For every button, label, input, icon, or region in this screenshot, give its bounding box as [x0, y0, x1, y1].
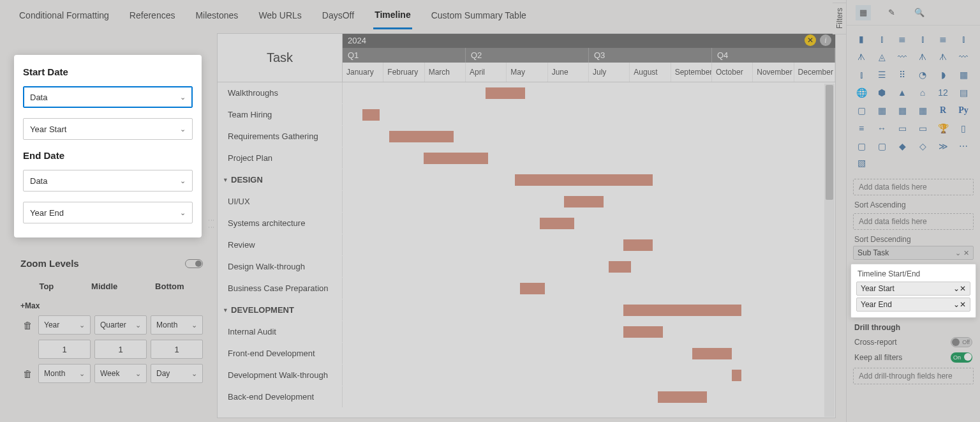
viz-icon-30[interactable]: ≡ — [853, 121, 870, 135]
viz-icon-31[interactable]: ↔ — [873, 121, 890, 135]
viz-icon-5[interactable]: ⫿ — [955, 32, 972, 46]
viz-icon-2[interactable]: ≣ — [894, 32, 910, 46]
viz-icon-21[interactable]: ⌂ — [914, 86, 931, 100]
gantt-bar[interactable] — [623, 239, 653, 251]
gantt-bar[interactable] — [515, 174, 653, 186]
trash-icon[interactable]: 🗑 — [20, 368, 34, 379]
analytics-icon[interactable]: 🔍 — [912, 5, 927, 20]
filters-tab[interactable]: Filters — [833, 3, 847, 34]
viz-icon-41[interactable]: ⋯ — [955, 139, 972, 153]
gantt-row[interactable]: DESIGN — [218, 169, 835, 191]
tab-daysoff[interactable]: DaysOff — [321, 3, 355, 28]
end-date-category-select[interactable]: Data⌄ — [23, 170, 193, 192]
viz-icon-34[interactable]: 🏆 — [935, 121, 951, 135]
viz-icon-12[interactable]: ⫿ — [853, 68, 870, 82]
viz-icon-28[interactable]: R — [935, 103, 951, 117]
viz-icon-22[interactable]: 12 — [935, 86, 951, 100]
zoom-num-3[interactable]: 1 — [151, 340, 203, 359]
sort-asc-fieldwell[interactable]: Add data fields here — [853, 213, 974, 230]
gantt-row[interactable]: Review — [218, 234, 835, 256]
gantt-bar[interactable] — [424, 153, 487, 164]
viz-icon-33[interactable]: ▭ — [914, 121, 931, 135]
viz-icon-39[interactable]: ◇ — [914, 139, 931, 153]
gantt-row[interactable]: Development Walk-through — [218, 365, 835, 386]
gantt-row[interactable]: DEVELOPMENT — [218, 299, 835, 321]
viz-icon-11[interactable]: 〰 — [955, 50, 972, 64]
drill-fieldwell[interactable]: Add drill-through fields here — [853, 368, 974, 384]
viz-icon-14[interactable]: ⠿ — [894, 68, 910, 82]
zoom-top-select-2[interactable]: Month⌄ — [38, 364, 91, 383]
zoom-middle-select-2[interactable]: Week⌄ — [94, 364, 147, 383]
cross-report-toggle[interactable]: Off — [951, 337, 972, 347]
gantt-row[interactable]: UI/UX — [218, 191, 835, 213]
format-visual-icon[interactable]: ✎ — [884, 5, 899, 20]
gantt-bar[interactable] — [540, 218, 574, 229]
zoom-num-1[interactable]: 1 — [38, 340, 91, 359]
viz-custom-icon[interactable]: ▧ — [853, 156, 870, 170]
viz-icon-35[interactable]: ▯ — [955, 121, 972, 135]
gantt-bar[interactable] — [389, 131, 453, 142]
zoom-bottom-select[interactable]: Month⌄ — [151, 315, 203, 335]
gantt-bar[interactable] — [486, 87, 525, 99]
viz-icon-26[interactable]: ▦ — [894, 103, 910, 117]
year-end-pill[interactable]: Year End⌄✕ — [856, 298, 970, 312]
gantt-bar[interactable] — [362, 109, 380, 121]
trash-icon[interactable]: 🗑 — [20, 320, 34, 331]
zoom-toggle[interactable] — [185, 259, 203, 268]
gantt-body[interactable]: WalkthroughsTeam HiringRequirements Gath… — [218, 82, 835, 418]
gantt-row[interactable]: Back-end Development — [218, 386, 835, 408]
add-max-button[interactable]: +Max — [20, 301, 203, 310]
gantt-bar[interactable] — [692, 348, 732, 359]
viz-icon-36[interactable]: ▢ — [853, 139, 870, 153]
gantt-bar[interactable] — [623, 305, 741, 316]
viz-icon-25[interactable]: ▦ — [873, 103, 890, 117]
gantt-row[interactable]: Front-end Development — [218, 343, 835, 365]
viz-icon-9[interactable]: ⩚ — [914, 50, 931, 64]
build-visual-icon[interactable]: ▦ — [856, 5, 871, 20]
viz-icon-24[interactable]: ▢ — [853, 103, 870, 117]
gantt-row[interactable]: Internal Audit — [218, 321, 835, 343]
vertical-scrollbar[interactable] — [824, 84, 835, 417]
viz-icon-3[interactable]: ⫿ — [914, 32, 931, 46]
zoom-bottom-select-2[interactable]: Day⌄ — [151, 364, 203, 383]
zoom-num-2[interactable]: 1 — [94, 340, 147, 359]
zoom-middle-select[interactable]: Quarter⌄ — [94, 315, 147, 335]
viz-icon-27[interactable]: ▦ — [914, 103, 931, 117]
tab-custom-summary-table[interactable]: Custom Summary Table — [430, 3, 528, 28]
warning-icon[interactable]: ✕ — [805, 34, 816, 46]
viz-icon-1[interactable]: ⫿ — [873, 32, 890, 46]
gantt-bar[interactable] — [609, 261, 631, 273]
viz-icon-20[interactable]: ▲ — [894, 86, 910, 100]
gantt-row[interactable]: Walkthroughs — [218, 82, 835, 104]
resize-handle-icon[interactable]: ⋮⋮ — [208, 217, 215, 231]
keep-filters-toggle[interactable]: On — [951, 352, 972, 363]
subtask-field-pill[interactable]: Sub Task⌄✕ — [853, 246, 974, 260]
gantt-row[interactable]: Project Plan — [218, 147, 835, 169]
viz-icon-13[interactable]: ☰ — [873, 68, 890, 82]
gantt-bar[interactable] — [623, 326, 663, 338]
viz-icon-4[interactable]: ≣ — [935, 32, 951, 46]
gantt-bar[interactable] — [732, 370, 741, 381]
tab-conditional-formatting[interactable]: Conditional Formatting — [18, 3, 110, 28]
gantt-row[interactable]: Business Case Preparation — [218, 278, 835, 299]
values-fieldwell[interactable]: Add data fields here — [853, 179, 974, 195]
start-date-category-select[interactable]: Data⌄ — [23, 86, 193, 108]
gantt-row[interactable]: Design Walk-through — [218, 256, 835, 278]
tab-web-urls[interactable]: Web URLs — [257, 3, 302, 28]
tab-references[interactable]: References — [128, 3, 177, 28]
gantt-bar[interactable] — [658, 391, 707, 403]
viz-icon-19[interactable]: ⬢ — [873, 86, 890, 100]
viz-icon-32[interactable]: ▭ — [894, 121, 910, 135]
gantt-row[interactable]: Systems architecture — [218, 213, 835, 234]
tab-timeline[interactable]: Timeline — [373, 2, 412, 29]
start-date-field-select[interactable]: Year Start⌄ — [23, 118, 193, 140]
tab-milestones[interactable]: Milestones — [194, 3, 239, 28]
end-date-field-select[interactable]: Year End⌄ — [23, 202, 193, 223]
viz-icon-10[interactable]: ⩚ — [935, 50, 951, 64]
viz-icon-23[interactable]: ▤ — [955, 86, 972, 100]
gantt-bar[interactable] — [564, 196, 604, 207]
viz-icon-7[interactable]: ◬ — [873, 50, 890, 64]
viz-icon-15[interactable]: ◔ — [914, 68, 931, 82]
viz-icon-37[interactable]: ▢ — [873, 139, 890, 153]
viz-icon-40[interactable]: ≫ — [935, 139, 951, 153]
